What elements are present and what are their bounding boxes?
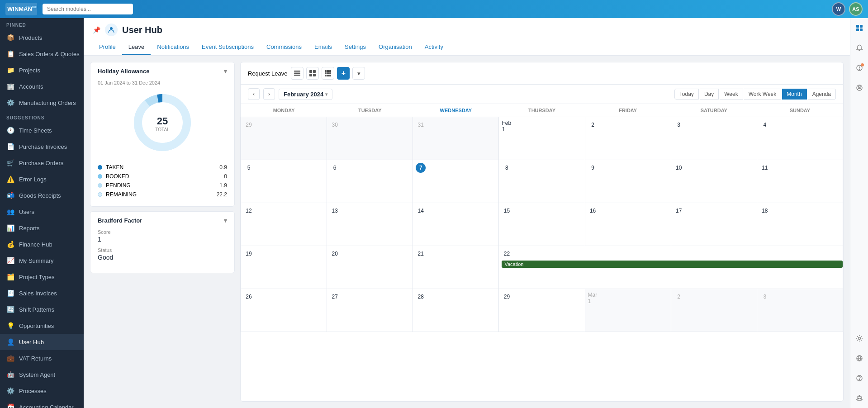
sidebar-item-system-agent[interactable]: 🤖 System Agent [0,366,84,383]
sidebar-item-project-types[interactable]: 🗂️ Project Types [0,269,84,285]
sidebar-item-processes[interactable]: ⚙️ Processes [0,383,84,399]
view-btn-week[interactable]: Week [720,89,743,100]
holiday-allowance-collapse[interactable]: ▾ [224,68,227,75]
taken-label: TAKEN [106,164,123,171]
sidebar-item-accounts[interactable]: 🏢 Accounts [0,78,84,95]
tab-emails[interactable]: Emails [308,40,338,55]
sidebar-item-label: Opportunities [19,323,54,329]
tab-organisation[interactable]: Organisation [372,40,418,55]
cal-more-btn[interactable]: ▾ [352,67,365,80]
sidebar-item-error-logs[interactable]: ⚠️ Error Logs [0,171,84,187]
svg-point-40 [860,398,861,399]
sidebar-item-users[interactable]: 👥 Users [0,204,84,220]
cal-tile-view-btn[interactable] [322,67,334,80]
day-num: 9 [588,163,598,173]
globe-icon[interactable] [853,352,866,365]
sidebar-item-my-summary[interactable]: 📈 My Summary [0,252,84,269]
user-circle-icon[interactable] [853,81,866,94]
tab-profile[interactable]: Profile [93,40,122,55]
cal-grid-view-btn[interactable] [306,67,319,80]
donut-total: 25 [155,115,169,127]
cal-day-feb11: 11 [757,160,843,203]
view-btn-agenda[interactable]: Agenda [808,89,836,100]
cal-day-feb4: 4 [757,117,843,160]
bradford-collapse[interactable]: ▾ [224,217,227,224]
cal-list-view-btn[interactable] [291,67,304,80]
view-btn-month[interactable]: Month [782,89,806,100]
col-header-mon: MONDAY [241,104,327,117]
bell-icon[interactable] [853,42,866,54]
month-selector[interactable]: February 2024 ▾ [279,89,332,100]
purchase-orders-icon: 🛒 [6,159,14,167]
svg-rect-26 [856,28,859,31]
page-tabs: Profile Leave Notifications Event Subscr… [93,40,841,55]
cal-day-mar1: Mar 1 [585,289,671,332]
tab-notifications[interactable]: Notifications [151,40,195,55]
sidebar-item-reports[interactable]: 📊 Reports [0,220,84,236]
cal-prev-btn[interactable]: ‹ [248,88,260,100]
sidebar-item-label: Sales Invoices [19,290,57,297]
cal-next-btn[interactable]: › [263,88,275,100]
suggestions-label: SUGGESTIONS [0,111,84,122]
view-btn-today[interactable]: Today [674,89,699,100]
logo: WINMAN CLOUD [5,3,37,15]
search-input[interactable] [43,4,133,14]
day-num: 31 [416,120,426,130]
cal-week-1: 29 30 31 Feb 1 2 3 4 [241,117,843,160]
finance-hub-icon: 💰 [6,240,14,248]
day-num: 30 [330,120,340,130]
svg-rect-11 [309,70,312,73]
cal-day-feb8: 8 [499,160,585,203]
day-num: 2 [674,292,684,302]
booked-value: 0 [224,173,227,180]
tab-commissions[interactable]: Commissions [260,40,308,55]
sidebar-item-sales-invoices[interactable]: 🧾 Sales Invoices [0,285,84,301]
avatar-as[interactable]: AS [849,2,863,16]
question-icon[interactable] [853,372,866,384]
vacation-event[interactable]: Vacation [502,261,843,268]
sidebar-item-shift-patterns[interactable]: 🔄 Shift Patterns [0,301,84,318]
sidebar-item-purchase-invoices[interactable]: 📄 Purchase Invoices [0,138,84,155]
view-btn-day[interactable]: Day [700,89,719,100]
sidebar-item-accounting-calendar[interactable]: 📅 Accounting Calendar [0,399,84,408]
day-num: Mar 1 [588,293,598,303]
sidebar-item-sales-orders[interactable]: 📋 Sales Orders & Quotes [0,46,84,62]
holiday-date-range: 01 Jan 2024 to 31 Dec 2024 [90,80,234,85]
tab-activity[interactable]: Activity [418,40,450,55]
bradford-status-label: Status [98,247,227,253]
page-header: 📌 User Hub Profile Leave Notifications E… [84,18,850,56]
robot-icon[interactable] [853,392,866,404]
tab-leave[interactable]: Leave [122,40,151,55]
sidebar-item-purchase-orders[interactable]: 🛒 Purchase Orders [0,155,84,171]
sidebar-item-opportunities[interactable]: 💡 Opportunities [0,318,84,334]
svg-rect-20 [329,72,331,74]
cal-day-jan29: 29 [241,117,327,160]
view-btn-workweek[interactable]: Work Week [744,89,782,100]
sidebar-item-goods-receipts[interactable]: 📬 Goods Receipts [0,187,84,204]
user-hub-page-icon [105,24,118,36]
day-num: 20 [330,249,340,259]
sidebar-item-timesheets[interactable]: 🕐 Time Sheets [0,122,84,138]
alert-icon[interactable] [853,62,866,74]
sidebar-item-vat-returns[interactable]: 💼 VAT Returns [0,350,84,366]
tab-event-subscriptions[interactable]: Event Subscriptions [195,40,260,55]
sidebar-item-projects[interactable]: 📁 Projects [0,62,84,78]
cal-day-feb22-vacation: 22 Vacation [499,246,843,289]
bradford-header: Bradford Factor ▾ [90,212,234,229]
sidebar-item-label: Products [19,34,42,41]
cal-add-btn[interactable]: + [337,67,350,80]
settings-gear-icon[interactable] [853,332,866,345]
sidebar-item-user-hub[interactable]: 👤 User Hub [0,334,84,350]
svg-rect-24 [856,25,859,28]
day-num: 27 [330,292,340,302]
cal-day-feb7: 7 [413,160,499,203]
cal-week-3: 12 13 14 15 16 17 18 [241,203,843,246]
sidebar-item-manufacturing[interactable]: ⚙️ Manufacturing Orders [0,95,84,111]
tab-settings[interactable]: Settings [338,40,372,55]
page-title: User Hub [122,25,162,35]
sidebar-item-products[interactable]: 📦 Products [0,29,84,46]
sidebar-item-label: Goods Receipts [19,192,61,199]
layers-icon[interactable] [853,22,866,34]
sidebar-item-finance-hub[interactable]: 💰 Finance Hub [0,236,84,252]
avatar-w[interactable]: W [832,2,845,16]
